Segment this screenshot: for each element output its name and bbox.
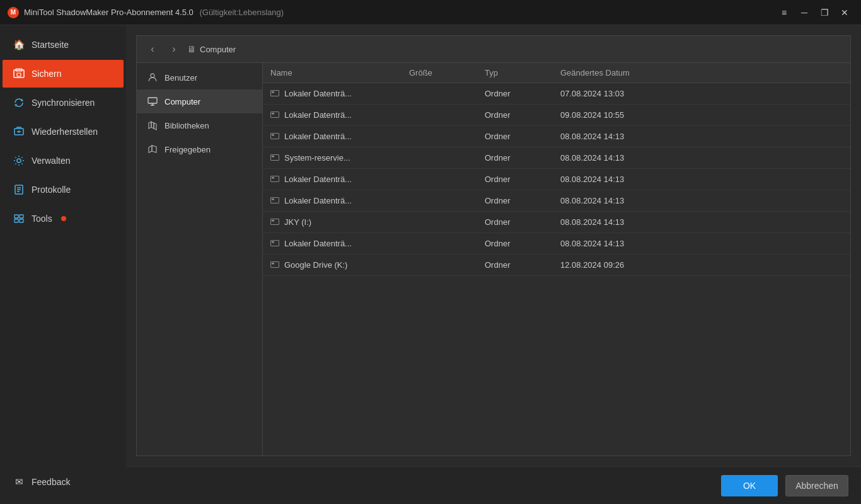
table-row[interactable]: Lokaler Datenträ... Ordner 07.08.2024 13… (263, 83, 850, 105)
sidebar-item-feedback[interactable]: ✉ Feedback (3, 468, 124, 496)
file-name-text: Lokaler Datenträ... (284, 196, 352, 205)
file-rows-container: Lokaler Datenträ... Ordner 07.08.2024 13… (263, 83, 850, 276)
file-name-text: Lokaler Datenträ... (284, 175, 352, 184)
file-name-text: Lokaler Datenträ... (284, 89, 352, 98)
drive-icon (270, 240, 279, 248)
file-date-cell: 12.08.2024 09:26 (560, 260, 843, 270)
log-icon (13, 183, 25, 196)
svg-rect-2 (17, 73, 21, 76)
table-row[interactable]: Lokaler Datenträ... Ordner 09.08.2024 10… (263, 105, 850, 126)
sidebar-item-label: Verwalten (32, 156, 70, 166)
restore-icon (13, 125, 25, 138)
svg-rect-12 (271, 90, 279, 96)
nav-panel: Benutzer Computer (137, 63, 263, 455)
table-row[interactable]: Lokaler Datenträ... Ordner 08.08.2024 14… (263, 190, 850, 212)
svg-rect-23 (272, 198, 274, 200)
file-type-cell: Ordner (485, 153, 560, 163)
svg-rect-15 (272, 113, 274, 115)
col-header-date: Geändertes Datum (560, 68, 843, 77)
svg-rect-29 (272, 263, 274, 265)
file-date-cell: 08.08.2024 14:13 (560, 132, 843, 141)
table-row[interactable]: Google Drive (K:) Ordner 12.08.2024 09:2… (263, 255, 850, 276)
svg-rect-14 (271, 112, 279, 117)
svg-rect-26 (271, 240, 279, 246)
svg-rect-27 (272, 241, 274, 243)
sidebar-item-label: Sichern (32, 69, 61, 79)
table-row[interactable]: System-reservie... Ordner 08.08.2024 14:… (263, 147, 850, 169)
file-name-text: Lokaler Datenträ... (284, 110, 352, 120)
settings-button[interactable]: ≡ (775, 4, 793, 21)
file-name-cell: Lokaler Datenträ... (270, 132, 409, 141)
app-body: 🏠 Startseite Sichern (0, 25, 861, 504)
sync-icon (13, 96, 25, 109)
sidebar-item-wiederherstellen[interactable]: Wiederherstellen (3, 118, 124, 146)
nav-panel-bibliotheken[interactable]: Bibliotheken (137, 113, 262, 137)
titlebar: M MiniTool ShadowMaker Pro-Abonnement 4.… (0, 0, 861, 25)
sidebar-item-label: Protokolle (32, 185, 71, 195)
col-header-type: Typ (485, 68, 560, 77)
file-name-cell: Lokaler Datenträ... (270, 196, 409, 205)
close-button[interactable]: ✕ (836, 4, 853, 21)
svg-rect-25 (272, 220, 274, 222)
col-header-name: Name (270, 68, 409, 77)
sidebar-item-synchronisieren[interactable]: Synchronisieren (3, 89, 124, 117)
nav-panel-benutzer[interactable]: Benutzer (137, 66, 262, 89)
manage-icon (13, 154, 25, 167)
svg-rect-19 (272, 156, 274, 158)
sidebar-item-tools[interactable]: Tools (3, 205, 124, 232)
breadcrumb-location: Computer (200, 45, 236, 54)
tools-notification-dot (61, 216, 66, 221)
feedback-icon: ✉ (13, 476, 25, 488)
file-date-cell: 07.08.2024 13:03 (560, 89, 843, 98)
file-type-cell: Ordner (485, 175, 560, 184)
svg-point-4 (17, 159, 21, 163)
sidebar-item-verwalten[interactable]: Verwalten (3, 147, 124, 175)
cancel-button[interactable]: Abbrechen (785, 475, 848, 496)
sidebar-item-sichern[interactable]: Sichern (3, 60, 124, 88)
sidebar-item-startseite[interactable]: 🏠 Startseite (3, 31, 124, 59)
table-row[interactable]: Lokaler Datenträ... Ordner 08.08.2024 14… (263, 126, 850, 147)
sidebar-item-label: Startseite (32, 40, 69, 50)
file-date-cell: 08.08.2024 14:13 (560, 153, 843, 163)
sidebar-item-protokolle[interactable]: Protokolle (3, 176, 124, 203)
nav-panel-freigegeben[interactable]: Freigegeben (137, 137, 262, 161)
sidebar-item-label: Wiederherstellen (32, 127, 98, 137)
file-name-cell: Lokaler Datenträ... (270, 175, 409, 184)
drive-icon (270, 261, 279, 269)
svg-rect-24 (271, 219, 279, 224)
ok-button[interactable]: OK (721, 475, 778, 496)
drive-icon (270, 154, 279, 162)
drive-icon (270, 133, 279, 140)
nav-panel-label: Freigegeben (165, 145, 211, 154)
nav-panel-computer[interactable]: Computer (137, 89, 262, 113)
file-browser: ‹ › 🖥 Computer (136, 35, 851, 456)
file-type-cell: Ordner (485, 132, 560, 141)
table-row[interactable]: JKY (I:) Ordner 08.08.2024 14:13 (263, 212, 850, 233)
browser-main: Benutzer Computer (137, 63, 850, 455)
file-name-text: Google Drive (K:) (284, 260, 347, 270)
forward-button[interactable]: › (166, 41, 182, 57)
app-logo: M (8, 7, 19, 18)
benutzer-icon (147, 72, 158, 83)
back-button[interactable]: ‹ (144, 41, 161, 57)
file-date-cell: 08.08.2024 14:13 (560, 196, 843, 205)
table-row[interactable]: Lokaler Datenträ... Ordner 08.08.2024 14… (263, 169, 850, 190)
file-name-cell: JKY (I:) (270, 217, 409, 227)
nav-panel-label: Bibliotheken (165, 121, 209, 130)
svg-rect-13 (272, 91, 274, 93)
svg-rect-16 (271, 133, 279, 139)
bottom-bar: OK Abbrechen (126, 466, 861, 504)
file-name-text: Lokaler Datenträ... (284, 132, 352, 141)
svg-rect-9 (20, 219, 23, 222)
content-area: ‹ › 🖥 Computer (126, 25, 861, 504)
backup-icon (13, 67, 25, 80)
minimize-button[interactable]: ─ (795, 4, 813, 21)
maximize-button[interactable]: ❐ (816, 4, 833, 21)
sidebar-item-label: Feedback (32, 477, 70, 487)
drive-icon (270, 112, 279, 119)
table-row[interactable]: Lokaler Datenträ... Ordner 08.08.2024 14… (263, 233, 850, 255)
file-date-cell: 08.08.2024 14:13 (560, 175, 843, 184)
file-type-cell: Ordner (485, 260, 560, 270)
svg-rect-7 (20, 215, 23, 218)
svg-rect-11 (148, 98, 157, 103)
